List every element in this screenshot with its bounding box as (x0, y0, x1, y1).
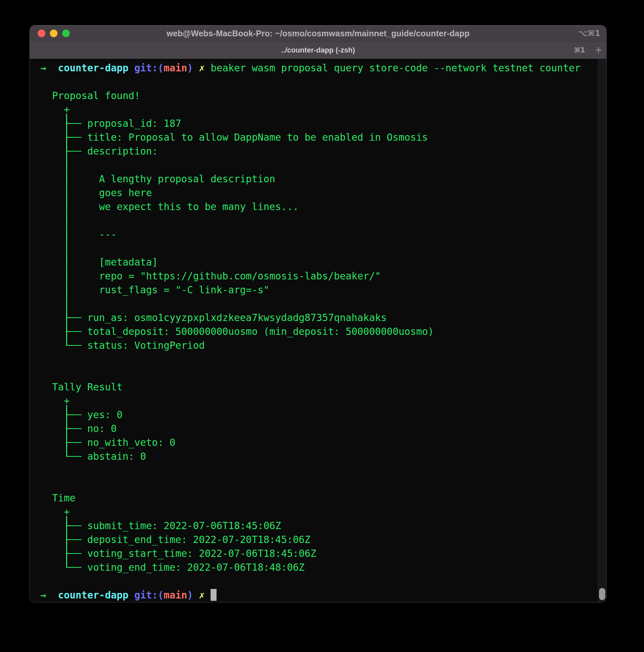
tree-connector-proposal (66, 114, 67, 346)
prompt-segment: main (164, 590, 187, 601)
scrollbar-thumb[interactable] (599, 588, 605, 600)
title-bar[interactable]: web@Webs-MacBook-Pro: ~/osmo/cosmwasm/ma… (30, 25, 606, 42)
terminal-window: web@Webs-MacBook-Pro: ~/osmo/cosmwasm/ma… (30, 25, 606, 602)
terminal-line: Tally Result (40, 380, 593, 394)
terminal-line: ├── submit_time: 2022-07-06T18:45:06Z (40, 519, 593, 533)
terminal-line: + (40, 103, 593, 116)
prompt-segment (193, 62, 199, 74)
prompt-segment: ✗ (199, 62, 205, 74)
terminal-line: │ (40, 158, 593, 172)
terminal-line: │ (40, 241, 593, 255)
prompt-segment: git:( (134, 62, 164, 74)
terminal-line: │ (40, 214, 593, 227)
new-tab-button[interactable]: + (590, 42, 606, 59)
terminal-line: ├── yes: 0 (40, 408, 593, 422)
terminal-line: Proposal found! (40, 89, 593, 103)
terminal-line: └── status: VotingPeriod (40, 338, 593, 352)
prompt-segment (46, 590, 58, 601)
terminal-line (40, 574, 593, 588)
tree-connector-time (66, 516, 67, 567)
terminal-line: │ rust_flags = "-C link-arg=-s" (40, 283, 593, 297)
terminal-line: │ [metadata] (40, 255, 593, 269)
terminal-line: │ --- (40, 227, 593, 241)
terminal-line (40, 463, 593, 477)
prompt-segment (205, 62, 211, 74)
command-text: beaker wasm proposal query store-code --… (211, 62, 581, 74)
prompt-segment: counter-dapp (58, 590, 128, 601)
prompt-segment (128, 62, 134, 74)
terminal-line: ├── description: (40, 144, 593, 158)
prompt-line-command: → counter-dapp git:(main) ✗ beaker wasm … (40, 61, 593, 75)
prompt-segment: ) (187, 590, 193, 601)
terminal-line: │ A lengthy proposal description (40, 172, 593, 186)
terminal-line: │ (40, 297, 593, 311)
prompt-segment (128, 590, 134, 601)
terminal-line (40, 477, 593, 491)
tab-bar: ../counter-dapp (-zsh) ⌘1 + (30, 42, 606, 59)
text-cursor (211, 589, 216, 601)
prompt-segment (46, 62, 58, 74)
prompt-segment: → (40, 62, 46, 74)
window-shortcut-hint: ⌥⌘1 (578, 29, 600, 38)
terminal-line (40, 352, 593, 366)
tab-terminal-session[interactable]: ../counter-dapp (-zsh) (30, 42, 606, 59)
terminal-line: └── voting_end_time: 2022-07-06T18:48:06… (40, 561, 593, 574)
prompt-segment (205, 590, 211, 601)
prompt-segment: git:( (134, 590, 164, 601)
terminal-line: ├── no_with_veto: 0 (40, 436, 593, 450)
terminal-line: ├── title: Proposal to allow DappName to… (40, 131, 593, 144)
prompt-segment: main (164, 62, 187, 74)
prompt-segment (193, 590, 199, 601)
tab-shortcut-hint: ⌘1 (574, 46, 585, 54)
terminal-line: ├── total_deposit: 500000000uosmo (min_d… (40, 325, 593, 338)
terminal-line: ├── run_as: osmo1cyyzpxplxdzkeea7kwsydad… (40, 311, 593, 325)
terminal-line: + (40, 394, 593, 408)
terminal-line (40, 75, 593, 89)
window-title: web@Webs-MacBook-Pro: ~/osmo/cosmwasm/ma… (30, 25, 606, 41)
prompt-segment: ✗ (199, 590, 205, 601)
prompt-line-current: → counter-dapp git:(main) ✗ (40, 588, 593, 602)
terminal-line: ├── voting_start_time: 2022-07-06T18:45:… (40, 547, 593, 561)
terminal-line: Time (40, 491, 593, 505)
prompt-segment: → (40, 590, 46, 601)
prompt-segment: counter-dapp (58, 62, 128, 74)
scrollbar-track[interactable] (598, 59, 606, 602)
prompt-segment: ) (187, 62, 193, 74)
terminal-line: ├── no: 0 (40, 422, 593, 436)
terminal-line: ├── proposal_id: 187 (40, 116, 593, 131)
terminal-content[interactable]: → counter-dapp git:(main) ✗ beaker wasm … (30, 59, 606, 602)
terminal-line: ├── deposit_end_time: 2022-07-20T18:45:0… (40, 533, 593, 547)
terminal-line: + (40, 505, 593, 519)
terminal-line (40, 366, 593, 380)
terminal-line: │ goes here (40, 186, 593, 200)
terminal-line: │ repo = "https://github.com/osmosis-lab… (40, 269, 593, 283)
terminal-output: → counter-dapp git:(main) ✗ beaker wasm … (30, 59, 606, 602)
terminal-line: │ we expect this to be many lines... (40, 200, 593, 214)
terminal-line: └── abstain: 0 (40, 450, 593, 463)
tree-connector-tally (66, 405, 67, 457)
